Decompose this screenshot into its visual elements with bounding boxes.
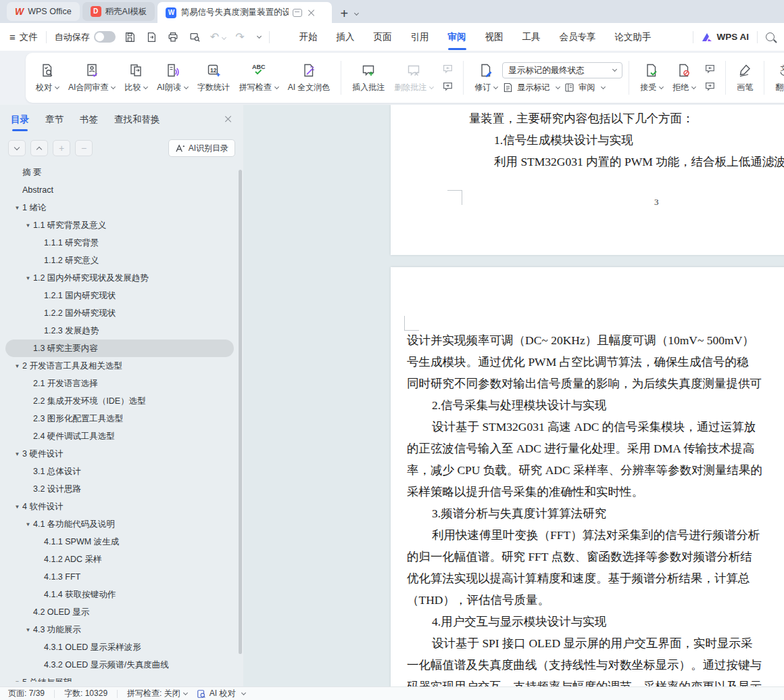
expand-arrow-icon[interactable]: ▼	[12, 451, 22, 457]
toc-item[interactable]: ▼ 4 软件设计	[5, 498, 234, 515]
toc-item[interactable]: ▼ 4.2 OLED 显示	[5, 603, 234, 621]
close-sidebar-icon[interactable]	[224, 115, 232, 123]
previous-change-button[interactable]	[700, 62, 719, 76]
toc-item[interactable]: ▼ 4.3.1 OLED 显示采样波形	[5, 638, 234, 656]
menu-item[interactable]: 论文助手	[606, 27, 661, 47]
sidebar-tab[interactable]: 目录	[11, 114, 29, 131]
accept-button[interactable]: 接受	[635, 60, 668, 96]
autosave-toggle[interactable]	[94, 31, 116, 43]
toc-item[interactable]: ▼ Abstract	[5, 181, 234, 199]
document-text-line: 同时研究不同参数对输出信号质量的影响，为后续失真度测量提供可	[407, 373, 784, 394]
insert-comment-button[interactable]: 插入批注	[347, 60, 389, 96]
toc-item[interactable]: ▼ 3.1 总体设计	[5, 463, 234, 480]
review-pane-button[interactable]: 审阅	[564, 82, 605, 93]
toc-item[interactable]: ▼ 4.1.2 ADC 采样	[5, 551, 234, 568]
menu-item[interactable]: 开始	[290, 27, 327, 47]
menu-item[interactable]: 插入	[327, 27, 364, 47]
page-number: 3	[654, 197, 659, 208]
toc-item[interactable]: ▼ 2 开发语言工具及相关选型	[5, 357, 234, 375]
toc-item[interactable]: ▼ 1.1.1 研究背景	[5, 234, 234, 252]
sidebar-tab[interactable]: 书签	[80, 114, 98, 131]
expand-all-button[interactable]	[30, 140, 48, 156]
menu-item[interactable]: 视图	[476, 27, 513, 47]
sidebar-tab[interactable]: 章节	[45, 114, 64, 131]
tab-list-chevron-icon[interactable]	[354, 11, 359, 16]
menu-item[interactable]: 页面	[364, 27, 401, 47]
ai-recognize-toc-button[interactable]: AI识别目录	[168, 139, 235, 157]
toc-item[interactable]: ▼ 3 硬件设计	[5, 445, 234, 463]
next-comment-button[interactable]	[438, 79, 457, 94]
toc-item[interactable]: ▼ 4.1.1 SPWM 波生成	[5, 533, 234, 551]
translate-button[interactable]: 文A 翻译	[770, 60, 784, 96]
markup-state-select[interactable]: 显示标记的最终状态	[502, 62, 622, 78]
search-icon[interactable]	[766, 32, 775, 41]
toc-item[interactable]: ▼ 2.2 集成开发环境（IDE）选型	[5, 392, 234, 410]
tab-document[interactable]: W 简易信号失真度测量装置的设	[157, 2, 332, 23]
expand-arrow-icon[interactable]: ▼	[12, 205, 22, 211]
toc-item[interactable]: ▼ 2.4 硬件调试工具选型	[5, 427, 234, 445]
spell-check-status[interactable]: 拼写检查: 关闭	[127, 688, 187, 699]
toc-item[interactable]: ▼ 4.1.3 FFT	[5, 568, 234, 586]
toc-item[interactable]: ▼ 1.3 研究主要内容	[5, 340, 234, 357]
tab-wps-home[interactable]: W WPS Office	[7, 2, 80, 21]
toc-item[interactable]: ▼ 2.1 开发语言选择	[5, 375, 234, 392]
ai-proofread-status[interactable]: AI 校对	[197, 688, 246, 699]
ai-contract-review-button[interactable]: AI合同审查	[64, 60, 120, 96]
toc-item[interactable]: ▼ 1.1 研究背景及意义	[5, 216, 234, 234]
menu-item[interactable]: 工具	[513, 27, 550, 47]
print-icon[interactable]	[167, 31, 179, 43]
wps-ai-button[interactable]: WPS AI	[702, 32, 749, 42]
expand-arrow-icon[interactable]: ▼	[12, 680, 22, 682]
toc-item[interactable]: ▼ 3.2 设计思路	[5, 480, 234, 498]
document-page-8[interactable]: 设计并实现频率可调（DC~ 20KHz）且幅度可调（10mV~ 500mV） 号…	[391, 267, 784, 686]
word-count-button[interactable]: 12 字数统计	[193, 60, 235, 96]
spell-check-button[interactable]: ABC 拼写检查	[235, 60, 283, 96]
menu-item[interactable]: 引用	[401, 27, 439, 47]
file-menu-button[interactable]: ≡ 文件	[9, 31, 38, 43]
expand-arrow-icon[interactable]: ▼	[23, 627, 33, 633]
compare-button[interactable]: 比较	[120, 60, 152, 96]
toc-item[interactable]: ▼ 5 总结与展望	[5, 674, 234, 682]
menu-item[interactable]: 审阅	[439, 27, 476, 47]
toc-item[interactable]: ▼ 4.1.4 获取按键动作	[5, 586, 234, 603]
track-changes-button[interactable]: 修订	[470, 60, 502, 96]
toc-item[interactable]: ▼ 1 绪论	[5, 199, 234, 216]
toc-item[interactable]: ▼ 1.2.1 国内研究现状	[5, 287, 234, 304]
menu-item[interactable]: 会员专享	[550, 27, 606, 47]
reject-button[interactable]: 拒绝	[668, 60, 700, 96]
ink-brush-button[interactable]: 画笔	[732, 60, 758, 96]
toc-item[interactable]: ▼ 1.1.2 研究意义	[5, 252, 234, 269]
print-preview-icon[interactable]	[189, 31, 201, 43]
ai-polish-button[interactable]: AI 全文润色	[283, 60, 335, 96]
proofread-button[interactable]: 校对	[31, 60, 64, 96]
toc-item[interactable]: ▼ 摘 要	[5, 164, 234, 181]
review-ribbon: 校对 AI合同审查 比较 AI朗读 12 字数统计 ABC 拼写检查 AI 全文…	[26, 53, 784, 103]
quickbar-chevron-icon[interactable]	[257, 34, 262, 39]
tab-docer-templates[interactable]: D 稻壳AI模板	[82, 2, 155, 21]
expand-arrow-icon[interactable]: ▼	[23, 223, 33, 229]
ai-toc-icon	[175, 144, 185, 153]
new-tab-button[interactable]: +	[340, 7, 348, 20]
ai-read-aloud-button[interactable]: AI朗读	[152, 60, 192, 96]
toc-item[interactable]: ▼ 1.2.3 发展趋势	[5, 322, 234, 340]
expand-arrow-icon[interactable]: ▼	[23, 275, 33, 281]
toc-item[interactable]: ▼ 4.3.2 OLED 显示频谱/失真度曲线	[5, 656, 234, 674]
toc-item[interactable]: ▼ 4.1 各功能代码及说明	[5, 515, 234, 533]
toc-item[interactable]: ▼ 1.2 国内外研究现状及发展趋势	[5, 269, 234, 287]
sidebar-scrollbar[interactable]	[239, 170, 242, 654]
toc-item[interactable]: ▼ 1.2.2 国外研究现状	[5, 304, 234, 322]
save-icon[interactable]	[124, 31, 136, 43]
close-tab-icon[interactable]	[308, 9, 316, 17]
toc-item-label: 5 总结与展望	[22, 677, 72, 682]
sidebar-tab[interactable]: 查找和替换	[114, 114, 160, 131]
output-icon[interactable]	[145, 31, 157, 43]
expand-arrow-icon[interactable]: ▼	[12, 363, 22, 369]
show-markup-button[interactable]: 显示标记	[502, 82, 560, 93]
collapse-all-button[interactable]	[8, 140, 26, 156]
toc-item[interactable]: ▼ 4.3 功能展示	[5, 621, 234, 638]
next-change-button[interactable]	[700, 79, 719, 94]
toc-item[interactable]: ▼ 2.3 图形化配置工具选型	[5, 410, 234, 427]
expand-arrow-icon[interactable]: ▼	[23, 521, 33, 528]
document-page-7[interactable]: 量装置，主要研究内容包括以下几个方面： 1.信号生成模块设计与实现 利用 STM…	[391, 105, 784, 255]
expand-arrow-icon[interactable]: ▼	[12, 504, 22, 510]
